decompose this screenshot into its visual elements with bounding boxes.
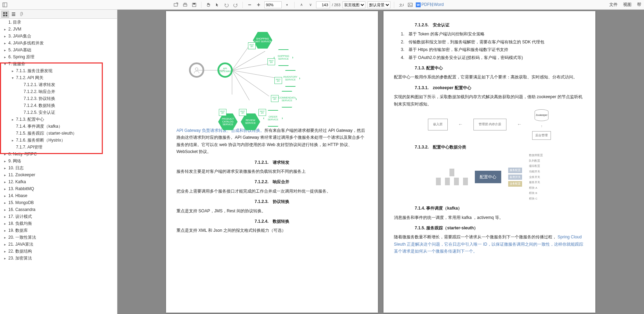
outline-item[interactable]: 7.1.2.3. 协议转换 [0, 95, 117, 102]
tree-toggle-icon[interactable]: ▸ [3, 27, 7, 31]
tree-toggle-icon[interactable]: ▸ [3, 159, 7, 163]
tree-toggle-icon[interactable]: ▸ [3, 180, 7, 184]
pdf-to-word-link[interactable]: WPDF转Word [416, 2, 444, 8]
outline-item[interactable]: ▸18. 负载均衡 [0, 220, 117, 227]
text-715a: 随着微服务数量不断增长，需要跟踪一个请求从一个微服务到下一个微服务的传播过程， [394, 235, 558, 239]
tree-toggle-icon[interactable]: ▸ [3, 229, 7, 232]
print-icon[interactable] [182, 1, 189, 8]
outline-item[interactable]: ▸4. JAVA多线程并发 [0, 40, 117, 46]
menu-file[interactable]: 文件 [608, 2, 619, 8]
tree-toggle-icon[interactable]: ▸ [3, 236, 7, 239]
outline-item[interactable]: 7.1.2.2. 响应合并 [0, 88, 117, 95]
tree-toggle-icon[interactable]: ▸ [10, 69, 15, 73]
outline-item[interactable]: ▸10. 日志 [0, 164, 117, 171]
outline-item[interactable]: ▸20. 一致性算法 [0, 234, 117, 241]
heading-7125: 7.1.2.5. 安全认证 [394, 22, 585, 28]
outline-item[interactable]: ▸12. Kafka [0, 178, 117, 185]
background-select[interactable]: 默认背景 [368, 1, 390, 8]
outline-item[interactable]: ▸3. JAVA集合 [0, 33, 117, 40]
outline-item[interactable]: 7.1.2.4. 数据转换 [0, 102, 117, 109]
save-icon[interactable] [191, 1, 198, 8]
tree-toggle-icon[interactable]: ▾ [3, 62, 7, 66]
zoom-dropdown-icon[interactable]: ▾ [284, 1, 291, 8]
outline-item[interactable]: 7.1.2.1. 请求转发 [0, 81, 117, 88]
outline-item[interactable]: 7.1.7. API管理 [0, 144, 117, 151]
outline-item[interactable]: ▸7.1.1. 服务注册发现 [0, 67, 117, 74]
thumbnails-tab-icon[interactable] [1, 11, 9, 18]
image-icon[interactable] [407, 1, 414, 8]
tree-toggle-icon[interactable]: ▸ [3, 256, 7, 260]
tree-toggle-icon[interactable]: ▸ [3, 222, 7, 226]
outline-item[interactable]: ▸7.1.6. 服务熔断（Hystrix） [0, 137, 117, 144]
tree-toggle-icon[interactable]: ▸ [3, 249, 7, 253]
tree-toggle-icon[interactable]: ▸ [3, 201, 7, 205]
pointer-icon[interactable] [214, 1, 221, 8]
sidebar-toggle-icon[interactable] [1, 1, 8, 8]
outline-item[interactable]: ▸2. JVM [0, 26, 117, 33]
outline-label: 7.1.7. API管理 [16, 144, 42, 150]
outline-item[interactable]: ▸13. RabbitMQ [0, 185, 117, 192]
menu-help[interactable]: 帮 [636, 2, 643, 8]
tree-toggle-icon[interactable]: ▸ [10, 118, 15, 121]
outline-item[interactable]: ▸17. 设计模式 [0, 213, 117, 220]
tree-toggle-icon[interactable]: ▸ [10, 138, 15, 142]
outline-item[interactable]: ▸7.1.3. 配置中心 [0, 116, 117, 123]
zoom-out-icon[interactable]: − [246, 1, 253, 8]
document-viewport[interactable]: API GATEWAY SHOPPING CART SERVICE SHIPPI… [117, 10, 644, 314]
outline-item[interactable]: ▸9. 网络 [0, 158, 117, 164]
tree-toggle-icon[interactable]: ▸ [3, 55, 7, 59]
outline-item[interactable]: ▾7.1.2. API 网关 [0, 74, 117, 81]
outline-item[interactable]: ▸19. 数据库 [0, 227, 117, 234]
open-icon[interactable] [173, 1, 180, 8]
tree-toggle-icon[interactable]: ▾ [10, 76, 15, 80]
outline-item[interactable]: ▸6. Spring 原理 [0, 53, 117, 60]
page-input[interactable] [316, 1, 330, 8]
outline-item[interactable]: ▸8. Netty 与RPC [0, 151, 117, 158]
view-mode-select[interactable]: 双页视图 [342, 1, 365, 8]
redo-icon[interactable] [232, 1, 239, 8]
outline-item[interactable]: 1. 目录 [0, 19, 117, 26]
outline-tab-icon[interactable] [10, 11, 17, 18]
translate-icon[interactable]: 文A [398, 1, 405, 8]
outline-item[interactable]: 7.1.2.5. 安全认证 [0, 109, 117, 116]
outline-tree[interactable]: 1. 目录▸2. JVM▸3. JAVA集合▸4. JAVA多线程并发▸5. J… [0, 19, 117, 314]
d3-right-item: 数据库配置 [529, 153, 543, 158]
tree-toggle-icon[interactable]: ▸ [3, 152, 7, 156]
tree-toggle-icon[interactable]: ▸ [3, 215, 7, 219]
outline-item[interactable]: ▸15. MongoDB [0, 199, 117, 206]
outline-item[interactable]: 7.1.4. 事件调度（kafka） [0, 123, 117, 130]
outline-item[interactable]: ▸5. JAVA基础 [0, 46, 117, 53]
prev-page-icon[interactable]: ∧ [298, 1, 305, 8]
zoom-input[interactable] [264, 1, 282, 8]
outline-label: 15. MongoDB [8, 200, 34, 205]
separator [242, 2, 243, 8]
arrow-icon: ← [517, 120, 522, 129]
text-715: 随着微服务数量不断增长，需要跟踪一个请求从一个微服务到下一个微服务的传播过程， … [394, 234, 585, 255]
tree-toggle-icon[interactable]: ▸ [3, 208, 7, 212]
outline-item[interactable]: ▸21. JAVA算法 [0, 241, 117, 248]
tree-toggle-icon[interactable]: ▸ [3, 187, 7, 191]
outline-item[interactable]: ▾7. 微服务 [0, 60, 117, 67]
tree-toggle-icon[interactable]: ▸ [3, 166, 7, 170]
outline-item[interactable]: ▸11. Zookeeper [0, 171, 117, 178]
tree-toggle-icon[interactable]: ▸ [3, 243, 7, 246]
next-page-icon[interactable]: ∨ [307, 1, 314, 8]
rest-tag: REST API [258, 109, 266, 116]
outline-item[interactable]: ▸22. 数据结构 [0, 248, 117, 255]
tree-toggle-icon[interactable]: ▸ [3, 41, 7, 45]
tree-toggle-icon[interactable]: ▸ [3, 34, 7, 38]
undo-icon[interactable] [223, 1, 230, 8]
tree-toggle-icon[interactable]: ▸ [3, 173, 7, 177]
outline-item[interactable]: ▸16. Cassandra [0, 206, 117, 213]
attachments-tab-icon[interactable] [18, 11, 26, 18]
tree-toggle-icon[interactable]: ▸ [3, 194, 7, 198]
zoom-in-icon[interactable]: + [255, 1, 262, 8]
menu-view[interactable]: 视图 [622, 2, 633, 8]
outline-item[interactable]: ▸14. Hbase [0, 192, 117, 199]
tree-toggle-icon[interactable]: ▸ [3, 48, 7, 52]
outline-item[interactable]: ▸23. 加密算法 [0, 255, 117, 262]
heading-7122: 7.1.2.2. 响应合并 [176, 178, 368, 185]
outline-item[interactable]: 7.1.5. 服务跟踪（starter-sleuth） [0, 130, 117, 137]
hand-tool-icon[interactable] [205, 1, 212, 8]
outline-label: 2. JVM [8, 27, 21, 32]
